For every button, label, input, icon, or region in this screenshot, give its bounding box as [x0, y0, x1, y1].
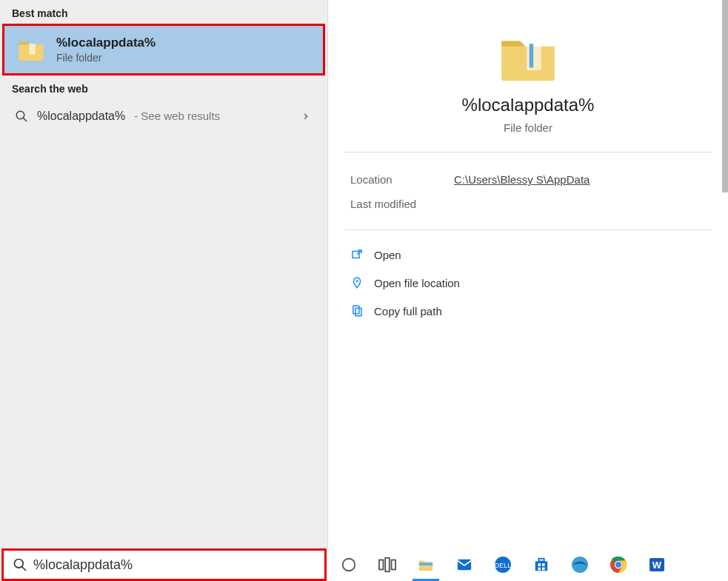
svg-rect-19 — [535, 561, 548, 571]
preview-meta: Location C:\Users\Blessy S\AppData Last … — [328, 152, 728, 229]
svg-line-10 — [22, 567, 26, 571]
svg-line-2 — [23, 118, 27, 121]
location-link[interactable]: C:\Users\Blessy S\AppData — [454, 173, 590, 186]
svg-rect-4 — [530, 44, 533, 67]
dell-icon[interactable]: DELL — [492, 554, 513, 575]
action-copy-full-path-label: Copy full path — [374, 305, 442, 318]
mail-icon[interactable] — [454, 554, 475, 575]
svg-point-11 — [343, 559, 355, 571]
preview-hero: %localappdata% File folder — [328, 0, 728, 152]
best-match-subtitle: File folder — [56, 52, 156, 64]
task-view-icon[interactable] — [377, 554, 398, 575]
preview-actions: Open Open file location Copy full path — [328, 230, 728, 335]
svg-rect-7 — [353, 306, 359, 314]
preview-pane: %localappdata% File folder Location C:\U… — [328, 0, 728, 548]
location-row: Location C:\Users\Blessy S\AppData — [350, 167, 706, 192]
svg-rect-22 — [542, 563, 545, 566]
action-open-file-location[interactable]: Open file location — [346, 269, 710, 297]
cortana-ring-icon[interactable] — [338, 554, 359, 575]
svg-rect-14 — [392, 560, 396, 570]
preview-subtitle: File folder — [504, 121, 552, 134]
action-open-label: Open — [374, 249, 401, 261]
folder-large-icon — [496, 25, 560, 89]
scrollbar[interactable] — [722, 0, 728, 192]
search-web-heading: Search the web — [0, 75, 327, 99]
word-icon[interactable]: W — [647, 554, 667, 575]
svg-rect-23 — [538, 568, 541, 571]
action-copy-full-path[interactable]: Copy full path — [346, 297, 710, 325]
last-modified-row: Last modified — [350, 192, 706, 216]
search-input[interactable] — [33, 557, 324, 573]
last-modified-label: Last modified — [350, 198, 454, 210]
svg-text:W: W — [652, 560, 662, 571]
svg-rect-21 — [538, 563, 541, 566]
open-icon — [350, 248, 364, 261]
folder-icon — [16, 35, 46, 64]
action-open[interactable]: Open — [346, 241, 710, 269]
svg-rect-15 — [419, 562, 433, 565]
taskbar: DELL W — [0, 548, 728, 581]
search-box[interactable] — [1, 548, 327, 581]
results-pane: Best match %localappdata% File folder Se… — [0, 0, 328, 548]
svg-rect-13 — [385, 558, 390, 571]
copy-icon — [350, 304, 364, 318]
svg-point-28 — [615, 562, 621, 568]
edge-legacy-icon[interactable] — [570, 554, 590, 575]
web-result-query: %localappdata% — [37, 110, 125, 123]
main-area: Best match %localappdata% File folder Se… — [0, 0, 728, 548]
best-match-heading: Best match — [0, 0, 327, 24]
svg-rect-3 — [527, 41, 541, 70]
windows-search-panel: Best match %localappdata% File folder Se… — [0, 0, 728, 581]
web-result-row[interactable]: %localappdata% - See web results › — [0, 99, 327, 132]
svg-rect-24 — [542, 568, 545, 571]
best-match-title: %localappdata% — [56, 36, 156, 50]
svg-rect-12 — [379, 560, 384, 570]
svg-point-6 — [356, 280, 358, 282]
chevron-right-icon: › — [304, 108, 315, 124]
svg-rect-5 — [353, 252, 359, 258]
web-result-hint: - See web results — [134, 110, 220, 122]
svg-rect-20 — [538, 559, 544, 562]
best-match-result[interactable]: %localappdata% File folder — [2, 24, 325, 75]
file-explorer-icon[interactable] — [415, 554, 436, 575]
preview-title: %localappdata% — [462, 95, 595, 115]
search-icon — [15, 110, 28, 123]
location-label: Location — [350, 173, 454, 186]
best-match-texts: %localappdata% File folder — [56, 36, 156, 64]
svg-text:DELL: DELL — [495, 562, 512, 569]
search-box-wrap — [0, 548, 328, 581]
action-open-file-location-label: Open file location — [374, 277, 460, 289]
microsoft-store-icon[interactable] — [531, 554, 552, 575]
search-icon — [13, 557, 27, 572]
taskbar-icons: DELL W — [328, 548, 728, 581]
svg-rect-8 — [355, 308, 361, 316]
file-location-icon — [350, 276, 364, 289]
chrome-icon[interactable] — [608, 554, 629, 575]
svg-rect-0 — [30, 44, 36, 55]
